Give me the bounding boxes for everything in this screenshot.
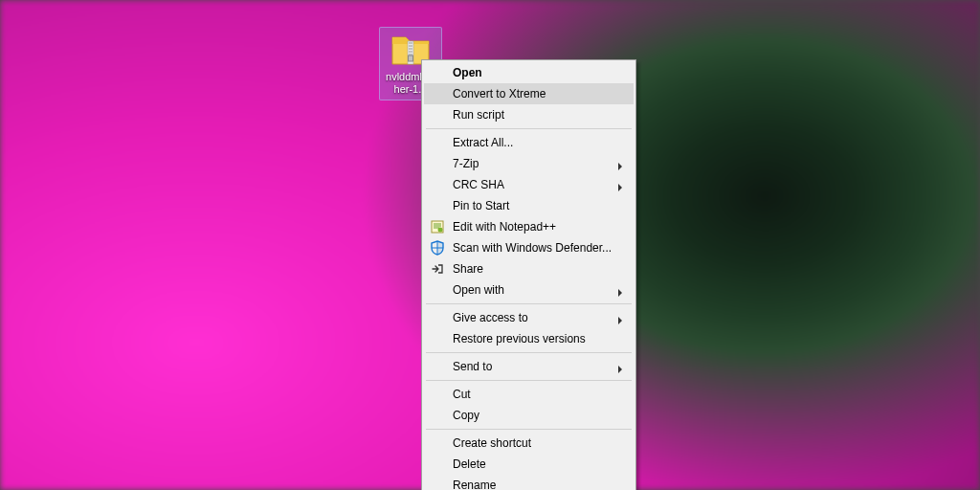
menu-open-with[interactable]: Open with (424, 279, 634, 301)
context-menu: Open Convert to Xtreme Run script Extrac… (421, 59, 636, 490)
chevron-right-icon (616, 363, 624, 370)
menu-separator (426, 380, 632, 381)
chevron-right-icon (616, 286, 624, 294)
chevron-right-icon (616, 160, 624, 167)
menu-label: Extract All... (453, 136, 513, 149)
menu-pin-to-start[interactable]: Pin to Start (424, 195, 634, 216)
menu-convert-to-xtreme[interactable]: Convert to Xtreme (424, 83, 634, 104)
share-icon (430, 261, 445, 277)
menu-label: Cut (453, 388, 471, 401)
menu-separator (426, 128, 632, 129)
menu-label: CRC SHA (453, 178, 504, 191)
menu-label: Rename (453, 479, 496, 490)
menu-label: Run script (453, 108, 504, 122)
menu-label: Give access to (453, 311, 528, 324)
svg-point-8 (438, 228, 443, 233)
menu-restore-previous-versions[interactable]: Restore previous versions (424, 328, 634, 349)
menu-label: Send to (453, 360, 492, 373)
defender-icon (430, 240, 445, 256)
menu-label: Share (453, 262, 483, 276)
menu-label: Copy (453, 409, 479, 422)
menu-copy[interactable]: Copy (424, 405, 634, 426)
notepadpp-icon (430, 219, 445, 234)
menu-open[interactable]: Open (424, 62, 634, 83)
menu-label: Convert to Xtreme (453, 87, 546, 100)
menu-extract-all[interactable]: Extract All... (424, 132, 634, 153)
menu-delete[interactable]: Delete (424, 454, 634, 475)
menu-label: Restore previous versions (453, 332, 586, 345)
chevron-right-icon (616, 181, 624, 189)
menu-give-access-to[interactable]: Give access to (424, 307, 634, 328)
menu-separator (426, 352, 632, 353)
menu-rename[interactable]: Rename (424, 475, 634, 490)
menu-share[interactable]: Share (424, 258, 634, 279)
menu-edit-with-notepadpp[interactable]: Edit with Notepad++ (424, 216, 634, 237)
menu-label: Scan with Windows Defender... (453, 241, 612, 255)
menu-scan-with-defender[interactable]: Scan with Windows Defender... (424, 237, 634, 258)
chevron-right-icon (616, 314, 624, 322)
menu-cut[interactable]: Cut (424, 384, 634, 405)
menu-7zip[interactable]: 7-Zip (424, 153, 634, 174)
menu-label: Pin to Start (453, 199, 509, 212)
menu-label: Edit with Notepad++ (453, 220, 556, 234)
menu-run-script[interactable]: Run script (424, 104, 634, 125)
svg-rect-6 (409, 56, 413, 61)
menu-create-shortcut[interactable]: Create shortcut (424, 433, 634, 454)
menu-label: Open (453, 66, 482, 79)
menu-separator (426, 303, 632, 304)
menu-label: Delete (453, 457, 486, 471)
menu-label: 7-Zip (453, 157, 479, 170)
menu-crc-sha[interactable]: CRC SHA (424, 174, 634, 195)
menu-send-to[interactable]: Send to (424, 356, 634, 377)
menu-separator (426, 429, 632, 430)
menu-label: Open with (453, 283, 504, 297)
menu-label: Create shortcut (453, 436, 531, 450)
